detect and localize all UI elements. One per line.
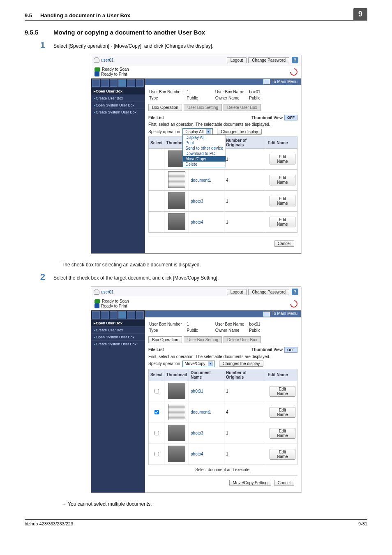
edit-name-button[interactable]: Edit Name [270, 196, 295, 206]
sidebar-open-system-user-box[interactable]: Open System User Box [91, 333, 145, 340]
specify-operation-select[interactable]: Display All ▾ Display All Print Send to … [182, 128, 213, 135]
tab-delete-user-box[interactable]: Delete User Box [224, 336, 261, 343]
tab-icon-5[interactable] [127, 311, 135, 319]
step-2-number: 2 [25, 272, 53, 282]
edit-name-button[interactable]: Edit Name [270, 428, 295, 439]
thumbnail-view-toggle[interactable]: OFF [284, 115, 297, 120]
table-row: document1 4 Edit Name [149, 402, 297, 423]
reload-icon[interactable] [288, 298, 299, 309]
thumbnail-icon [168, 192, 185, 209]
edit-name-button[interactable]: Edit Name [270, 407, 295, 418]
thumbnail-icon [168, 213, 185, 230]
specify-operation-select[interactable]: Move/Copy ▾ [182, 361, 215, 367]
to-main-menu[interactable]: To Main Menu [272, 311, 297, 316]
box-info: User Box Number1 User Box Namebox01 Type… [148, 88, 265, 102]
sidebar-open-user-box[interactable]: Open User Box [91, 88, 145, 95]
select-checkbox[interactable] [154, 452, 159, 456]
tab-icon-3[interactable] [110, 79, 118, 87]
help-icon[interactable]: ? [292, 57, 298, 63]
tab-icon-4[interactable] [118, 79, 126, 87]
sidebar-create-system-user-box[interactable]: Create System User Box [91, 340, 145, 347]
tab-icon-1[interactable] [92, 311, 100, 319]
tab-icon-6[interactable] [136, 79, 144, 87]
tab-icon-2[interactable] [101, 79, 108, 87]
reload-icon[interactable] [288, 67, 299, 77]
document-name[interactable]: photo4 [189, 444, 224, 465]
thumbnail-view-label: Thumbnail View [251, 347, 283, 352]
sidebar-create-user-box[interactable]: Create User Box [91, 95, 145, 102]
tab-icon-2[interactable] [101, 311, 108, 319]
specify-operation-dropdown[interactable]: Display All Print Send to other device D… [182, 134, 226, 167]
caption-1: The check box for selecting an available… [62, 262, 367, 268]
changes-display-button[interactable]: Changes the display [219, 361, 264, 367]
document-name[interactable]: photo4 [189, 212, 224, 233]
move-copy-setting-button[interactable]: Move/Copy Setting [229, 480, 272, 486]
document-name[interactable]: ph0t01 [189, 381, 224, 402]
document-name[interactable]: photo3 [189, 191, 224, 212]
thumbnail-view-toggle[interactable]: OFF [284, 347, 297, 353]
table-row: document1 4 Edit Name [149, 170, 297, 191]
file-list-instruction: First, select an operation. The selectab… [148, 122, 297, 127]
sidebar-open-user-box[interactable]: Open User Box [91, 319, 145, 326]
user-icon [94, 289, 99, 295]
section-number: 9.5 [25, 12, 32, 18]
main-menu-icon [263, 312, 270, 317]
edit-name-button[interactable]: Edit Name [270, 386, 295, 397]
help-icon[interactable]: ? [292, 289, 298, 295]
logout-button[interactable]: Logout [227, 289, 247, 295]
select-checkbox[interactable] [154, 431, 159, 435]
print-icon [95, 72, 99, 76]
table-row: ph0t01 1 Edit Name [149, 381, 297, 402]
tab-icon-6[interactable] [136, 311, 144, 319]
scan-status: Ready to Scan [102, 67, 129, 72]
file-list-title: File List [148, 116, 164, 120]
table-row: photo3 1 Edit Name [149, 191, 297, 212]
select-checkbox[interactable] [154, 410, 159, 414]
file-list-title: File List [148, 347, 164, 352]
chevron-down-icon: ▾ [206, 129, 211, 134]
edit-name-button[interactable]: Edit Name [270, 154, 295, 164]
tab-user-box-setting[interactable]: User Box Setting [184, 336, 222, 343]
file-list-instruction: First, select an operation. The selectab… [148, 354, 297, 359]
tab-user-box-setting[interactable]: User Box Setting [184, 104, 222, 111]
sidebar-create-system-user-box[interactable]: Create System User Box [91, 109, 145, 116]
cancel-button[interactable]: Cancel [274, 240, 294, 247]
tab-icon-4[interactable] [118, 311, 126, 319]
section-title: Handling a document in a User Box [40, 12, 367, 18]
footer-model: bizhub 423/363/283/223 [25, 521, 73, 526]
tab-box-operation[interactable]: Box Operation [148, 104, 182, 111]
chapter-badge: 9 [353, 8, 367, 20]
footer-page: 9-31 [358, 521, 367, 526]
change-password-button[interactable]: Change Password [248, 57, 289, 63]
user-name: user01 [101, 290, 114, 294]
document-name[interactable]: document1 [189, 402, 224, 423]
step-2-text: Select the check box of the target docum… [53, 272, 219, 281]
select-checkbox[interactable] [154, 389, 159, 393]
tab-icon-5[interactable] [127, 79, 135, 87]
edit-name-button[interactable]: Edit Name [270, 175, 295, 185]
document-name[interactable]: photo3 [189, 423, 224, 444]
step-1-number: 1 [25, 40, 53, 51]
logout-button[interactable]: Logout [227, 57, 247, 63]
edit-name-button[interactable]: Edit Name [270, 217, 295, 227]
thumbnail-icon [168, 383, 185, 399]
to-main-menu[interactable]: To Main Menu [272, 79, 297, 84]
scan-status: Ready to Scan [102, 299, 129, 303]
subsection-number: 9.5.5 [25, 29, 53, 36]
tab-icon-3[interactable] [110, 311, 118, 319]
edit-name-button[interactable]: Edit Name [270, 449, 295, 460]
sidebar-open-system-user-box[interactable]: Open System User Box [91, 102, 145, 109]
thumbnail-icon [168, 446, 185, 462]
step-1-text: Select [Specify operation] - [Move/Copy]… [53, 40, 214, 49]
document-name[interactable]: document1 [189, 170, 224, 191]
change-password-button[interactable]: Change Password [248, 289, 289, 295]
changes-display-button[interactable]: Changes the display [217, 129, 262, 135]
box-info: User Box Number1 User Box Namebox01 Type… [148, 321, 265, 334]
tab-icon-1[interactable] [92, 79, 100, 87]
tab-box-operation[interactable]: Box Operation [148, 336, 182, 343]
tab-delete-user-box[interactable]: Delete User Box [224, 104, 261, 111]
note-1: You cannot select multiple documents. [62, 501, 367, 507]
cancel-button[interactable]: Cancel [274, 480, 294, 486]
sidebar-create-user-box[interactable]: Create User Box [91, 326, 145, 333]
main-menu-icon [263, 79, 270, 84]
